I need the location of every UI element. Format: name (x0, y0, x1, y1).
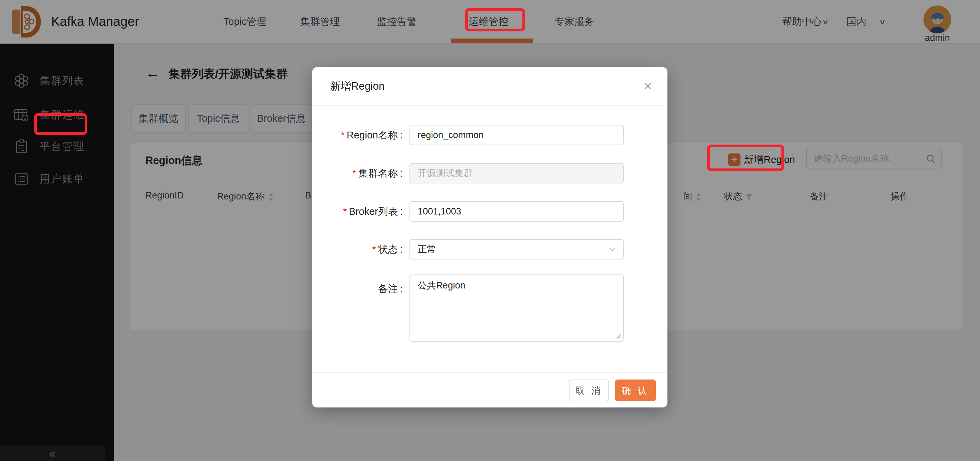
required-asterisk: * (343, 206, 347, 217)
field-label: *集群名称: (312, 163, 402, 184)
field-label: *状态: (312, 239, 402, 260)
cluster-name-input (409, 163, 624, 184)
label-colon: : (400, 284, 402, 294)
required-asterisk: * (353, 168, 356, 179)
field-label: 备注: (312, 279, 402, 299)
form-row-remark: 备注: 公共Region (312, 274, 667, 342)
modal-header-divider (312, 105, 667, 106)
confirm-button[interactable]: 确 认 (615, 380, 656, 401)
region-name-input[interactable] (409, 125, 624, 145)
label-colon: : (400, 168, 402, 179)
field-label-text: Region名称 (347, 130, 398, 141)
field-label: *Region名称: (312, 125, 402, 145)
add-region-modal: 新增Region ✕ *Region名称: *集群名称: *Broker列表: … (312, 67, 667, 407)
field-label-text: 集群名称 (358, 168, 398, 179)
label-colon: : (400, 244, 402, 255)
status-select-value: 正常 (418, 240, 436, 259)
field-label: *Broker列表: (312, 201, 402, 222)
remark-textarea[interactable]: 公共Region (409, 274, 624, 342)
resize-handle-icon[interactable] (615, 333, 621, 339)
status-select[interactable]: 正常 (409, 239, 624, 260)
modal-title: 新增Region (330, 76, 385, 97)
label-colon: : (400, 130, 402, 141)
form-row-status: *状态: 正常 (312, 239, 667, 260)
label-colon: : (400, 206, 402, 217)
cancel-button[interactable]: 取 消 (569, 380, 609, 401)
field-label-text: 状态 (378, 244, 398, 255)
form-row-cluster-name: *集群名称: (312, 163, 667, 184)
modal-footer-divider (312, 372, 667, 373)
required-asterisk: * (341, 130, 345, 141)
form-row-broker-list: *Broker列表: (312, 201, 667, 222)
required-asterisk: * (372, 244, 376, 255)
field-label-text: Broker列表 (349, 206, 398, 217)
chevron-down-icon (608, 245, 617, 254)
close-icon[interactable]: ✕ (643, 76, 652, 97)
form-row-region-name: *Region名称: (312, 125, 667, 145)
field-label-text: 备注 (378, 284, 398, 294)
broker-list-input[interactable] (409, 201, 624, 222)
